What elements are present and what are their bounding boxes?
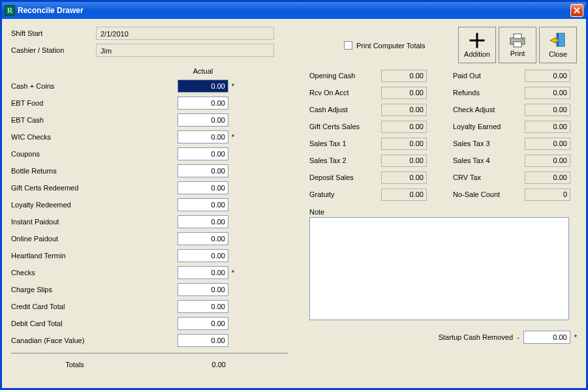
summary-row: Gift Certs Sales0.00 <box>309 118 433 135</box>
summary-row: Cash Adjust0.00 <box>309 101 433 118</box>
summary-row-label: Sales Tax 2 <box>309 157 381 164</box>
shift-start-value: 2/1/2010 <box>96 27 274 40</box>
summary-row-value: 0.00 <box>381 155 427 167</box>
summary-row: CRV Tax0.00 <box>453 169 577 186</box>
actual-row: Gift Certs Redeemed <box>11 179 291 196</box>
actual-row-input[interactable] <box>178 181 228 194</box>
actual-row-input[interactable] <box>178 80 228 93</box>
top-right: Print Computer Totals Addition <box>305 27 577 63</box>
print-computer-totals[interactable]: Print Computer Totals <box>344 41 458 50</box>
summary-row: Sales Tax 40.00 <box>453 152 577 169</box>
totals-row: Totals 0.00 <box>11 357 291 372</box>
main-columns: Actual Cash + Coins*EBT FoodEBT CashWIC … <box>11 67 577 372</box>
summary-row-value: 0.00 <box>525 104 570 116</box>
actual-row: WIC Checks* <box>11 128 291 145</box>
svg-rect-5 <box>514 34 521 38</box>
actual-row-label: Heartland Termin <box>11 252 178 260</box>
summary-row: No-Sale Count0 <box>453 186 577 203</box>
startup-cash-removed-input[interactable] <box>523 331 570 344</box>
actual-row-input[interactable] <box>178 300 228 313</box>
summary-row-label: Deposit Sales <box>309 173 381 181</box>
actual-row-input[interactable] <box>178 249 228 262</box>
summary-row-value: 0.00 <box>381 188 427 201</box>
summary-row-value: 0.00 <box>381 172 427 184</box>
actual-header: Actual <box>178 67 228 75</box>
actual-row: Canadian (Face Value) <box>11 332 291 349</box>
totals-value: 0.00 <box>178 361 228 368</box>
summary-row-value: 0.00 <box>381 138 427 150</box>
actual-row-input[interactable] <box>178 198 228 211</box>
startup-cash-removed-star: * <box>574 333 577 341</box>
actual-row-input[interactable] <box>178 113 228 127</box>
actual-row-input[interactable] <box>178 147 228 160</box>
close-button[interactable]: Close <box>539 27 577 63</box>
actual-row: Debit Card Total <box>11 315 291 332</box>
actual-row-star: * <box>228 133 238 141</box>
actual-row: Charge Slips <box>11 281 291 298</box>
note-textarea[interactable] <box>309 217 569 320</box>
print-computer-totals-checkbox[interactable] <box>344 41 352 50</box>
summary-col-1: Opening Cash0.00Rcv On Acct0.00Cash Adju… <box>309 67 433 203</box>
summary-row-label: Opening Cash <box>309 72 381 80</box>
summary-row: Opening Cash0.00 <box>309 67 433 84</box>
summary-row-label: Refunds <box>453 89 525 97</box>
right-column: Opening Cash0.00Rcv On Acct0.00Cash Adju… <box>291 67 577 372</box>
summary-row-value: 0.00 <box>381 121 427 133</box>
addition-button[interactable]: Addition <box>458 27 496 63</box>
summary-row-label: Sales Tax 3 <box>453 140 525 147</box>
summary-row-label: Sales Tax 1 <box>309 140 381 147</box>
exit-door-icon <box>549 32 567 49</box>
toolbar: Addition Print <box>458 27 577 63</box>
actual-row-label: WIC Checks <box>11 133 178 141</box>
summary-row-label: Rcv On Acct <box>309 89 381 97</box>
actual-row-label: Credit Card Total <box>11 303 178 310</box>
print-computer-totals-label: Print Computer Totals <box>356 42 426 50</box>
actual-row: Loyalty Redeemed <box>11 196 291 213</box>
actual-row: Bottle Returns <box>11 162 291 179</box>
summary-row: Loyalty Earned0.00 <box>453 118 577 135</box>
actual-row-label: Cash + Coins <box>11 82 178 90</box>
window-title: Reconcile Drawer <box>18 6 570 15</box>
actual-row: EBT Food <box>11 95 291 112</box>
actual-row-star: * <box>228 82 238 90</box>
actual-row-label: Debit Card Total <box>11 320 178 327</box>
summary-row-label: Gift Certs Sales <box>309 123 381 130</box>
summary-row: Rcv On Acct0.00 <box>309 84 433 101</box>
actual-row-label: Online Paidout <box>11 235 178 243</box>
summary-row-value: 0.00 <box>381 70 427 82</box>
actual-row-input[interactable] <box>178 266 228 279</box>
window-close-button[interactable] <box>570 4 583 17</box>
addition-button-label: Addition <box>464 50 490 58</box>
actual-row-input[interactable] <box>178 232 228 245</box>
print-button[interactable]: Print <box>499 27 536 63</box>
actual-row: Checks* <box>11 264 291 281</box>
startup-cash-removed-row: Startup Cash Removed - * <box>309 331 577 344</box>
actual-row-label: EBT Food <box>11 99 178 107</box>
summary-row: Sales Tax 30.00 <box>453 135 577 152</box>
plus-icon <box>469 32 486 49</box>
close-icon <box>574 7 580 14</box>
summary-row-value: 0.00 <box>525 87 570 99</box>
actual-row-label: Bottle Returns <box>11 167 178 175</box>
svg-point-7 <box>522 39 523 40</box>
summary-row: Deposit Sales0.00 <box>309 169 433 186</box>
shift-start-label: Shift Start <box>11 29 96 37</box>
actual-row-input[interactable] <box>178 215 228 228</box>
actual-row-input[interactable] <box>178 334 228 347</box>
actual-row: Heartland Termin <box>11 247 291 264</box>
actual-row-label: Gift Certs Redeemed <box>11 184 178 192</box>
summary-row-label: CRV Tax <box>453 173 525 181</box>
actual-row-input[interactable] <box>178 164 228 177</box>
startup-cash-removed-label: Startup Cash Removed <box>439 333 513 341</box>
note-label: Note <box>309 208 577 216</box>
actual-row-input[interactable] <box>178 97 228 110</box>
actual-row-input[interactable] <box>178 283 228 296</box>
actual-row: Cash + Coins* <box>11 78 291 95</box>
actual-row-label: EBT Cash <box>11 116 178 124</box>
cashier-station-label: Cashier / Station <box>11 46 96 54</box>
note-section: Note <box>309 208 577 322</box>
actual-row-input[interactable] <box>178 317 228 330</box>
actual-row-input[interactable] <box>178 130 228 143</box>
summary-row-value: 0.00 <box>525 138 570 150</box>
summary-row-value: 0.00 <box>381 87 427 99</box>
